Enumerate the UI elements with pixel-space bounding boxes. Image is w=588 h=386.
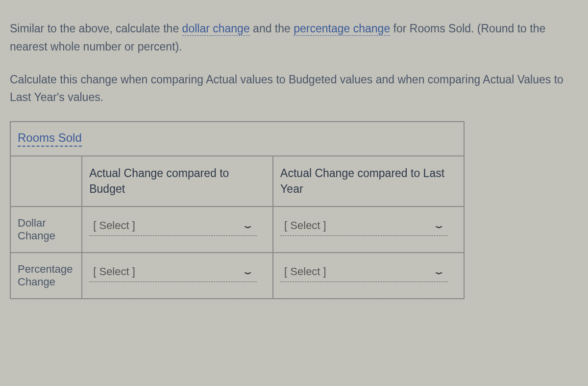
chevron-down-icon: ⌄ bbox=[433, 221, 445, 230]
percentage-lastyear-cell: [ Select ] ⌄ bbox=[273, 253, 464, 299]
instructions-block-1: Similar to the above, calculate the doll… bbox=[10, 20, 578, 56]
instruction-line-1: Similar to the above, calculate the doll… bbox=[10, 20, 578, 56]
select-placeholder: [ Select ] bbox=[93, 265, 135, 278]
link-percentage-change[interactable]: percentage change bbox=[294, 22, 390, 36]
header-lastyear: Actual Change compared to Last Year bbox=[273, 156, 464, 206]
header-row: Actual Change compared to Budget Actual … bbox=[10, 156, 464, 206]
dollar-budget-select[interactable]: [ Select ] ⌄ bbox=[89, 217, 257, 236]
percentage-change-label: Percentage Change bbox=[10, 253, 82, 299]
dollar-lastyear-cell: [ Select ] ⌄ bbox=[273, 206, 464, 253]
percentage-lastyear-select[interactable]: [ Select ] ⌄ bbox=[280, 263, 448, 282]
select-placeholder: [ Select ] bbox=[93, 219, 135, 232]
chevron-down-icon: ⌄ bbox=[433, 267, 445, 276]
percentage-budget-cell: [ Select ] ⌄ bbox=[82, 253, 273, 299]
instruction-line-2: Calculate this change when comparing Act… bbox=[10, 71, 578, 107]
chevron-down-icon: ⌄ bbox=[242, 221, 254, 230]
link-dollar-change[interactable]: dollar change bbox=[182, 22, 250, 36]
title-cell: Rooms Sold bbox=[10, 122, 464, 156]
rooms-sold-table: Rooms Sold Actual Change compared to Bud… bbox=[10, 121, 465, 299]
dollar-change-label: Dollar Change bbox=[10, 206, 82, 253]
select-placeholder: [ Select ] bbox=[284, 265, 326, 278]
percentage-change-row: Percentage Change [ Select ] ⌄ [ Select … bbox=[10, 253, 464, 299]
text-fragment: and the bbox=[250, 22, 294, 35]
dollar-change-row: Dollar Change [ Select ] ⌄ [ Select ] ⌄ bbox=[10, 206, 464, 253]
chevron-down-icon: ⌄ bbox=[242, 267, 254, 276]
instructions-block-2: Calculate this change when comparing Act… bbox=[10, 71, 578, 107]
select-placeholder: [ Select ] bbox=[284, 219, 326, 232]
text-fragment: Similar to the above, calculate the bbox=[10, 22, 182, 35]
empty-header bbox=[10, 156, 82, 206]
dollar-lastyear-select[interactable]: [ Select ] ⌄ bbox=[280, 217, 448, 236]
dollar-budget-cell: [ Select ] ⌄ bbox=[82, 206, 273, 253]
header-budget: Actual Change compared to Budget bbox=[82, 156, 273, 206]
table-title: Rooms Sold bbox=[18, 131, 82, 147]
percentage-budget-select[interactable]: [ Select ] ⌄ bbox=[89, 263, 257, 282]
title-row: Rooms Sold bbox=[10, 122, 464, 156]
